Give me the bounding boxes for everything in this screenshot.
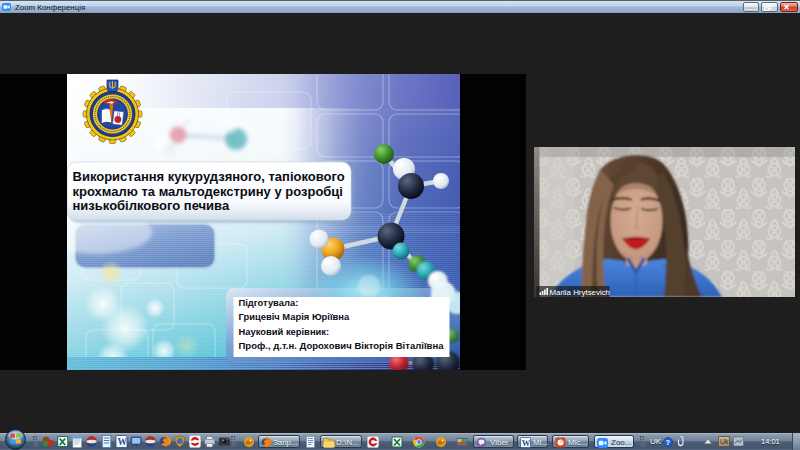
svg-text:Mariia Hrytsevich: Mariia Hrytsevich bbox=[550, 288, 611, 297]
svg-text:?: ? bbox=[666, 438, 671, 447]
svg-text:Грицевіч Марія Юріївна: Грицевіч Марія Юріївна bbox=[239, 311, 350, 322]
svg-text:крохмалю та мальтодекстрину у: крохмалю та мальтодекстрину у розробці bbox=[73, 184, 343, 199]
svg-text:Використання кукурудзяного, та: Використання кукурудзяного, тапіокового bbox=[73, 169, 345, 184]
svg-text:Науковий керівник:: Науковий керівник: bbox=[239, 326, 330, 337]
svg-text:низькобілкового печива: низькобілкового печива bbox=[73, 198, 230, 213]
svg-text:Проф., д.т.н. Дорохович Віктор: Проф., д.т.н. Дорохович Вікторія Віталії… bbox=[239, 340, 445, 351]
svg-text:W: W bbox=[118, 437, 128, 447]
svg-text:Підготувала:: Підготувала: bbox=[239, 297, 299, 308]
svg-text:W: W bbox=[522, 438, 531, 448]
